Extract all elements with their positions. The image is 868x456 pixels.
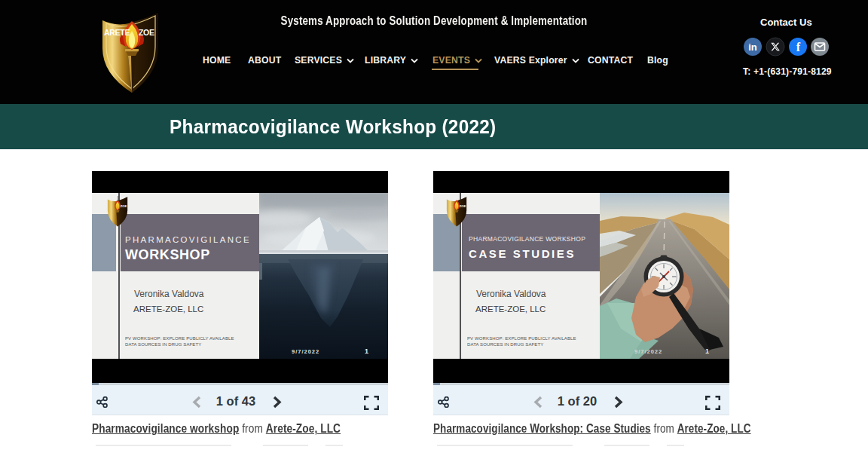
svg-text:1: 1 [365, 347, 368, 355]
svg-text:ARETE: ARETE [104, 28, 130, 37]
svg-text:f: f [796, 41, 801, 54]
svg-text:in: in [748, 41, 757, 53]
svg-text:9/7/2022: 9/7/2022 [634, 348, 662, 355]
svg-text:ZOE: ZOE [139, 28, 154, 37]
svg-text:1: 1 [705, 347, 709, 355]
svg-text:9/7/2022: 9/7/2022 [292, 348, 319, 355]
